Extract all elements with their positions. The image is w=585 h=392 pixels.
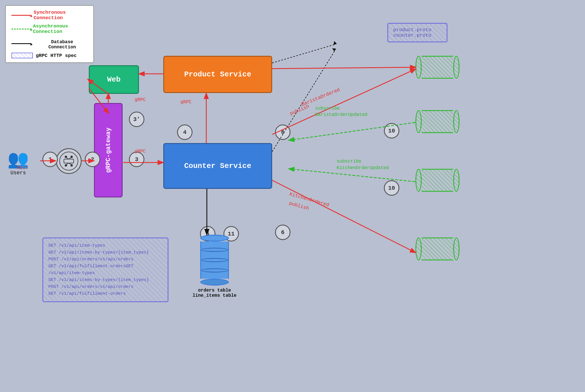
q-left-icon <box>415 169 422 192</box>
db-arrow-icon <box>11 43 32 44</box>
db-body <box>200 241 229 279</box>
svg-point-0 <box>60 152 78 170</box>
load-balancer-icon <box>59 151 79 171</box>
api-spec-box: GET /v1/api/item-types GET /v1/api/items… <box>42 237 168 302</box>
product-to-proto-dotted <box>272 44 335 63</box>
users-label: Users <box>7 170 29 176</box>
svg-point-6 <box>65 156 67 158</box>
async-arrow-icon <box>11 29 32 29</box>
db-line-icon <box>11 41 34 45</box>
svg-point-8 <box>65 164 67 167</box>
subscribe-kitchen-label: subscribe <box>337 159 361 164</box>
counter-service-label: Counter Service <box>184 162 251 170</box>
web-service-box: Web <box>89 65 139 94</box>
async-line-icon <box>11 27 30 31</box>
grpc-gateway-box: gRPC-gateway <box>94 103 123 197</box>
svg-point-7 <box>70 156 73 158</box>
node-2: 2 <box>85 152 100 167</box>
grpc-box-icon <box>11 53 33 58</box>
users-area: 👥 Users <box>7 149 29 176</box>
kitchen-order-updated-queue <box>415 169 460 192</box>
q-body-icon <box>422 237 453 260</box>
q-left-icon <box>415 56 422 79</box>
grpc-label-3: gRPC <box>135 149 146 154</box>
grpc-gateway-label: gRPC-gateway <box>105 128 112 173</box>
q-right-icon <box>453 110 460 133</box>
node-6b: 6 <box>275 225 290 240</box>
q-right-icon <box>453 169 460 192</box>
node-3a: 3' <box>129 112 144 127</box>
subscribe-barista-label: subscribe <box>315 106 340 111</box>
grpc-label-4: gRPC <box>180 100 191 105</box>
legend-sync: Synchronous Connection <box>11 10 88 21</box>
api-line-8: GET /v1/api/fulfillment-orders <box>48 290 162 297</box>
barista-order-updated-queue <box>415 110 460 133</box>
api-line-5: /v1/api/item-types <box>48 270 162 277</box>
node-6a: 6 <box>275 124 290 140</box>
api-line-6: GET /v1/api/items-by-types/{item_types} <box>48 277 162 284</box>
node-4: 4 <box>177 124 193 140</box>
api-line-7: POST /v1/api/orders/v1/api/orders <box>48 284 162 290</box>
legend: Synchronous Connection Asynchronous Conn… <box>5 5 94 63</box>
q-right-icon <box>453 56 460 79</box>
api-line-1: GET /v1/api/item-types <box>48 242 162 249</box>
kitchen-updated-subscribe-arrow <box>289 169 415 182</box>
db-label: Database Connection <box>37 39 88 50</box>
q-left-icon <box>415 110 422 133</box>
q-left-icon <box>415 237 422 260</box>
proto-box: product.proto counter.proto <box>387 23 447 42</box>
db-bottom <box>200 279 229 286</box>
sync-arrow-icon <box>11 15 32 16</box>
barista-ordered-queue-top <box>415 56 460 79</box>
barista-order-updated-label: BaristaOrderUpdated <box>315 112 367 117</box>
grpc-spec-label: gRPC HTTP spec <box>36 53 77 58</box>
proto-line2: counter.proto <box>393 33 441 38</box>
sync-label: Synchronous Connection <box>34 10 88 21</box>
q-body-icon <box>422 110 453 133</box>
legend-async: Asynchronous Connection <box>11 23 88 34</box>
product-service-label: Product Service <box>184 70 251 79</box>
api-line-2: GET /v1/api/items-by-types/{item_types} <box>48 249 162 256</box>
db-top <box>200 235 229 241</box>
barista-ordered-label: BaristaOrdered <box>301 87 341 107</box>
db-ring-1 <box>201 248 228 252</box>
legend-db: Database Connection <box>11 37 88 50</box>
node-3: 3 <box>129 152 144 167</box>
proto-line1: product.proto <box>393 27 441 33</box>
db-ring-3 <box>201 268 228 272</box>
web-service-label: Web <box>107 75 121 84</box>
sync-line-icon <box>11 13 31 17</box>
gateway-circle <box>56 148 82 174</box>
rest-label: REST <box>17 165 28 171</box>
product-service-box: Product Service <box>163 56 272 93</box>
legend-grpc: gRPC HTTP spec <box>11 53 88 58</box>
db-label: orders table line_items table <box>193 288 237 298</box>
svg-point-9 <box>70 164 73 167</box>
q-body-icon <box>422 169 453 192</box>
publish-kitchen-label: publish <box>288 201 310 211</box>
node-10b: 10 <box>384 180 399 196</box>
counter-service-box: Counter Service <box>163 143 272 189</box>
async-label: Asynchronous Connection <box>33 23 88 34</box>
db-ring-2 <box>201 258 228 262</box>
q-right-icon <box>453 237 460 260</box>
database-cylinder: orders table line_items table <box>193 235 237 298</box>
api-line-4: GET /v1/api/fulfillment-ordersGET <box>48 263 162 270</box>
node-1: 1 <box>42 152 58 167</box>
api-line-3: POST /v1/api/orders/v1/api/orders <box>48 256 162 263</box>
kitchen-order-updated-label: KitchenOrderUpdated <box>337 165 389 171</box>
product-barista-arrow <box>272 67 415 69</box>
node-10a: 10 <box>384 123 399 138</box>
kitchen-ordered-queue <box>415 237 460 260</box>
grpc-label-3a: gRPC <box>135 97 146 102</box>
q-body-icon <box>422 56 453 79</box>
